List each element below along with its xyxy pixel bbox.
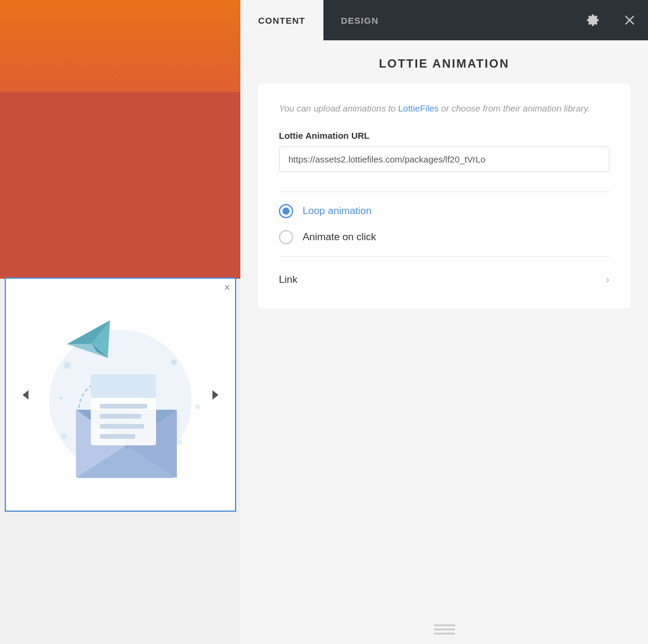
url-field-label: Lottie Animation URL — [279, 130, 609, 141]
close-icon — [624, 15, 635, 25]
panel-title-bar: LOTTIE ANIMATION — [240, 40, 648, 84]
tab-content[interactable]: CONTENT — [240, 0, 323, 40]
radio-group-animation: Loop animation Animate on click — [279, 204, 609, 244]
drag-handle-line-1 — [434, 624, 455, 626]
content-spacer — [240, 320, 648, 614]
lottie-svg-illustration — [31, 306, 209, 484]
url-input[interactable] — [279, 146, 609, 172]
settings-button[interactable] — [574, 0, 611, 40]
svg-rect-21 — [100, 434, 135, 439]
resize-handle-left[interactable] — [23, 390, 28, 400]
gear-icon — [586, 14, 599, 27]
svg-point-4 — [61, 433, 67, 439]
animation-preview-box: × — [5, 278, 236, 512]
svg-point-2 — [171, 359, 177, 365]
panel-content-area: LOTTIE ANIMATION You can upload animatio… — [240, 40, 648, 644]
link-row[interactable]: Link › — [279, 269, 609, 291]
svg-rect-18 — [100, 404, 147, 409]
svg-point-6 — [177, 440, 182, 445]
upload-hint-text: You can upload animations to LottieFiles… — [279, 101, 609, 116]
radio-loop-circle[interactable] — [279, 204, 293, 218]
drag-handle-line-2 — [434, 629, 455, 630]
tabs-bar: CONTENT DESIGN — [240, 0, 648, 40]
canvas-top-section — [0, 0, 240, 92]
divider-2 — [279, 256, 609, 257]
drag-handle-line-3 — [434, 633, 455, 635]
resize-handle-right[interactable] — [212, 390, 218, 400]
svg-point-3 — [195, 404, 200, 409]
canvas-area: × — [0, 0, 240, 644]
lottiefiles-link[interactable]: LottieFiles — [398, 103, 439, 113]
chevron-right-icon: › — [606, 273, 609, 286]
svg-point-5 — [59, 396, 63, 400]
svg-point-1 — [63, 362, 71, 369]
svg-rect-17 — [91, 374, 156, 398]
divider-1 — [279, 192, 609, 192]
tab-design[interactable]: DESIGN — [323, 0, 397, 40]
close-panel-button[interactable] — [611, 0, 648, 40]
radio-loop-animation[interactable]: Loop animation — [279, 204, 609, 218]
content-card: You can upload animations to LottieFiles… — [258, 84, 630, 308]
right-panel: CONTENT DESIGN LOTTIE ANIMATION — [240, 0, 648, 644]
radio-click-circle[interactable] — [279, 230, 293, 244]
close-preview-icon[interactable]: × — [224, 282, 230, 294]
animation-preview-inner — [28, 300, 212, 490]
svg-rect-20 — [100, 424, 144, 429]
drag-handle[interactable] — [434, 624, 455, 635]
bottom-drag-bar — [240, 614, 648, 644]
radio-loop-label: Loop animation — [303, 205, 371, 217]
tab-icons-group — [574, 0, 648, 40]
svg-rect-19 — [100, 414, 141, 419]
link-label: Link — [279, 274, 297, 286]
panel-title: LOTTIE ANIMATION — [252, 57, 636, 71]
canvas-mid-section — [0, 92, 240, 279]
radio-animate-click[interactable]: Animate on click — [279, 230, 609, 244]
radio-click-label: Animate on click — [303, 231, 376, 243]
